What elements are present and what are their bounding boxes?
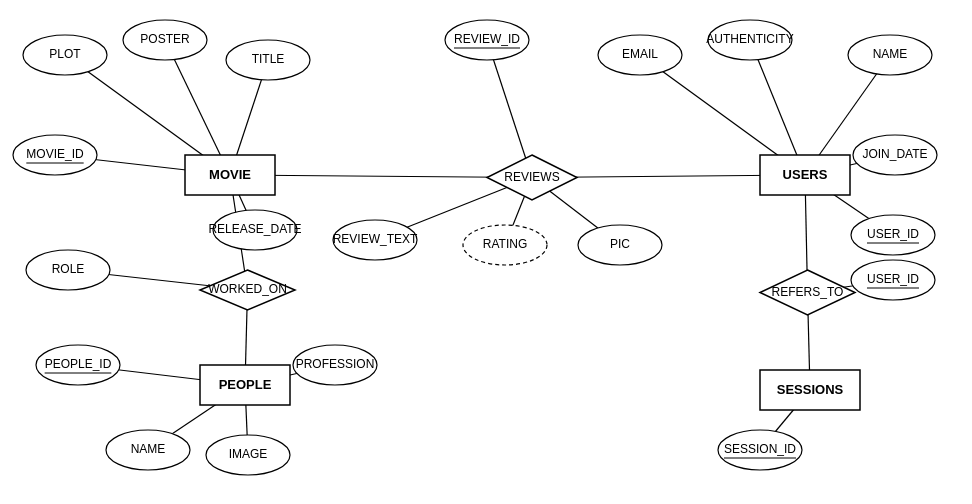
er-diagram [0, 0, 972, 504]
